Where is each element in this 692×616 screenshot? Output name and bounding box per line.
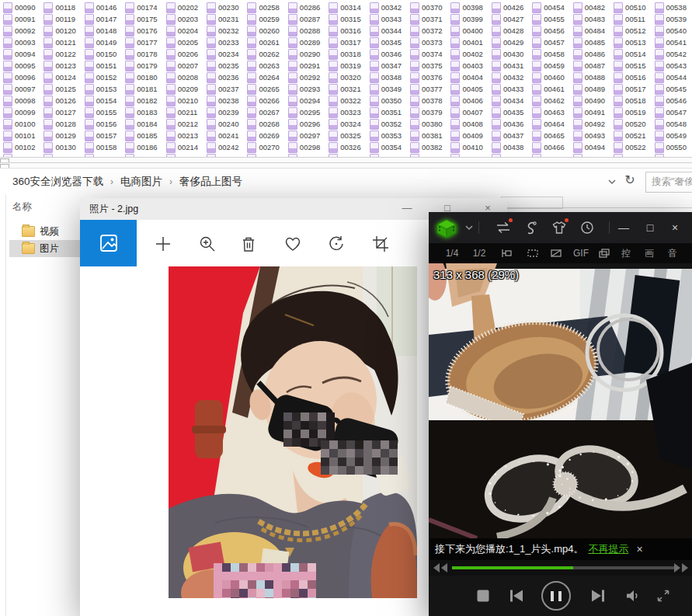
file-item[interactable]: 00399 [447,13,488,25]
file-item[interactable]: 00426 [489,2,529,13]
file-item[interactable]: 00235 [203,60,244,71]
file-item[interactable]: 00099 [0,106,40,118]
file-item[interactable]: 00092 [0,25,40,37]
see-all-photos-button[interactable] [80,220,137,266]
file-item[interactable]: 00323 [325,106,366,118]
file-item[interactable]: 00181 [122,83,162,95]
file-item[interactable]: 00090 [0,2,40,13]
file-item[interactable]: 00209 [163,83,203,95]
file-item[interactable]: 00429 [489,37,529,48]
file-item[interactable]: 00321 [325,83,366,95]
file-item[interactable]: 00147 [82,13,122,25]
file-item[interactable]: 00486 [570,48,610,60]
file-item[interactable]: 00408 [447,118,488,130]
file-item[interactable]: 00096 [0,71,40,83]
file-item[interactable]: 00438 [489,141,529,153]
file-item[interactable]: 00431 [489,60,529,71]
file-item[interactable]: 00324 [325,118,366,130]
file-item[interactable]: 00326 [325,141,366,153]
file-item[interactable]: 00464 [529,118,569,130]
transfer-arrows-icon[interactable] [494,218,513,237]
file-item[interactable]: 00118 [40,2,81,13]
file-item[interactable]: 00539 [652,13,692,25]
file-item[interactable]: 00124 [40,71,81,83]
file-item[interactable]: 00295 [285,106,325,118]
file-item[interactable]: 00151 [82,60,122,71]
skin-shirt-icon[interactable] [550,218,569,237]
file-item[interactable]: 00347 [367,60,407,71]
file-item[interactable]: 00550 [652,141,692,153]
file-item[interactable]: 00184 [122,118,162,130]
file-item[interactable]: 00180 [122,71,162,83]
player-titlebar[interactable]: — □ × [429,212,692,243]
refresh-icon[interactable]: ↻ [622,172,638,187]
file-item[interactable]: 00510 [610,2,651,13]
file-item[interactable]: 00286 [285,2,325,13]
minimize-button[interactable]: — [614,218,634,237]
file-item[interactable]: 00463 [529,106,569,118]
file-item[interactable]: 00406 [447,95,488,106]
progress-bar[interactable] [452,566,676,569]
file-item[interactable]: 00128 [40,118,81,130]
file-item[interactable]: 00126 [40,95,81,106]
file-item[interactable]: 00236 [203,71,244,83]
file-item[interactable]: 00287 [285,13,325,25]
file-item[interactable]: 00230 [203,2,244,13]
file-item[interactable]: 00352 [367,118,407,130]
file-item[interactable]: 00156 [82,118,122,130]
file-item[interactable]: 00203 [163,13,203,25]
file-item[interactable]: 00376 [407,71,447,83]
quarter-size-button[interactable]: 1/4 [446,243,459,263]
file-item[interactable]: 00232 [203,25,244,37]
file-item[interactable]: 00178 [122,48,162,60]
file-item[interactable]: 00343 [367,13,407,25]
file-item[interactable]: 00456 [529,25,569,37]
file-item[interactable]: 00233 [203,37,244,48]
control-panel-button[interactable]: 控 [621,243,631,263]
file-item[interactable]: 00290 [285,48,325,60]
file-item[interactable]: 00370 [407,2,447,13]
minimize-button[interactable]: — [395,198,419,220]
file-item[interactable]: 00371 [407,13,447,25]
file-item[interactable]: 00402 [447,48,488,60]
pin-left-icon[interactable] [500,243,513,263]
file-item[interactable]: 00288 [285,25,325,37]
slash-frame-icon[interactable] [550,243,562,263]
file-item[interactable]: 00207 [163,60,203,71]
file-item[interactable]: 00435 [489,106,529,118]
gif-button[interactable]: GIF [573,243,589,263]
chevron-down-icon[interactable] [460,218,478,237]
file-item[interactable]: 00485 [570,37,610,48]
file-item[interactable]: 00315 [325,13,366,25]
file-item[interactable]: 00259 [244,13,284,25]
previous-button[interactable] [509,590,524,603]
file-item[interactable]: 00382 [407,141,447,153]
file-item[interactable]: 00460 [529,71,569,83]
file-item[interactable]: 00211 [163,106,203,118]
file-item[interactable]: 00095 [0,60,40,71]
pause-button[interactable] [541,581,571,611]
file-item[interactable]: 00380 [407,118,447,130]
file-item[interactable]: 00120 [40,25,81,37]
file-item[interactable]: 00547 [652,106,692,118]
crop-icon[interactable] [370,234,391,254]
file-item[interactable]: 00436 [489,118,529,130]
file-item[interactable]: 00155 [82,106,122,118]
file-item[interactable]: 00154 [82,95,122,106]
file-item[interactable]: 00541 [652,37,692,48]
layers-icon[interactable] [598,243,610,263]
file-item[interactable]: 00427 [489,13,529,25]
file-item[interactable]: 00461 [529,83,569,95]
file-item[interactable]: 00267 [244,106,284,118]
audio-settings-button[interactable]: 音 [668,243,677,263]
file-item[interactable]: 00379 [407,106,447,118]
video-area[interactable]: 313 x 368 (29%) [429,263,692,538]
link-squiggle-icon[interactable] [522,218,541,237]
half-size-button[interactable]: 1/2 [473,243,486,263]
file-item[interactable]: 00457 [529,37,569,48]
file-item[interactable]: 00157 [82,130,122,141]
file-item[interactable]: 00260 [244,25,284,37]
file-item[interactable]: 00119 [40,13,81,25]
file-item[interactable]: 00492 [570,118,610,130]
file-item[interactable]: 00269 [244,130,284,141]
